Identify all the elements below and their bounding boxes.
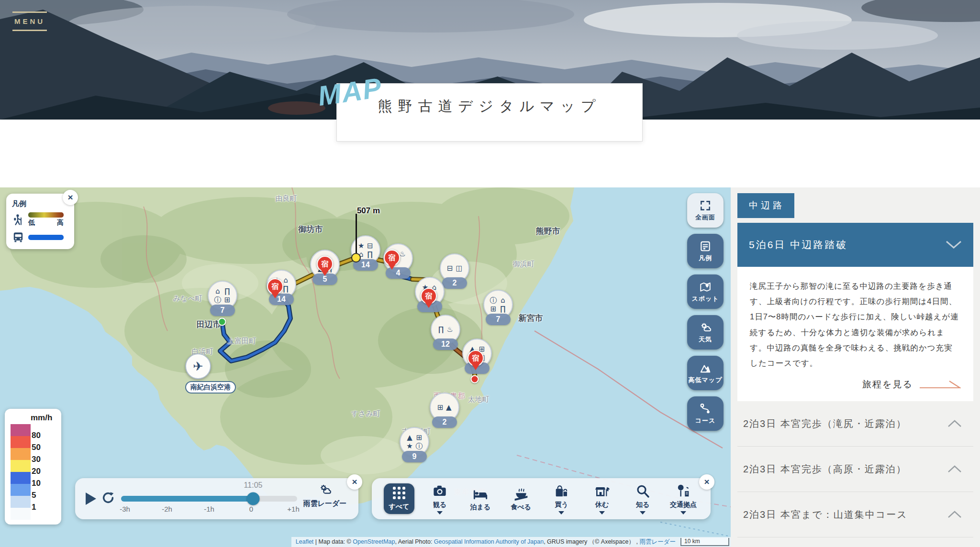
course-accordion-row[interactable]: 2泊3日 本宮まで：峠短縮コース xyxy=(737,537,973,547)
grid-dot xyxy=(398,496,401,499)
torii-glyph: ∏ xyxy=(438,326,444,334)
torii-glyph: ∏ xyxy=(368,251,373,259)
map-tool-course[interactable]: コース xyxy=(687,396,724,431)
lodging-pin[interactable]: 宿 xyxy=(384,250,400,270)
place-label: みなべ町 xyxy=(173,294,202,303)
page: MENU MAP 熊野古道デジタルマップ xyxy=(0,0,980,547)
slider-time-label: 11:05 xyxy=(244,481,263,490)
lodging-pin-tail xyxy=(472,364,479,370)
play-button[interactable] xyxy=(86,492,96,505)
refresh-button[interactable] xyxy=(101,491,115,505)
food-icon xyxy=(512,486,530,501)
map-tool-label: 凡例 xyxy=(699,254,712,263)
map-tool-legend[interactable]: 凡例 xyxy=(687,234,724,268)
map-cluster-marker[interactable]: ⓘ⌂⊞∏7 xyxy=(483,290,513,325)
weather-icon xyxy=(699,321,712,334)
rain-level-label: 50 xyxy=(32,443,41,452)
filter-item-bed[interactable]: 泊まる xyxy=(465,486,496,512)
elevation-indicator-line xyxy=(356,214,357,257)
map-tool-label: 全画面 xyxy=(695,213,715,222)
map-legend-panel: × 凡例 低 高 xyxy=(6,194,74,249)
train-glyph: ⊞ xyxy=(224,296,231,304)
rain-level-label: 5 xyxy=(32,491,36,500)
filter-item-shop[interactable]: 休む xyxy=(586,483,618,514)
filter-close-icon[interactable]: × xyxy=(699,474,714,490)
radar-gear-cloud-icon xyxy=(318,483,332,496)
lodging-pin[interactable]: 宿 xyxy=(421,288,437,308)
lodging-pin[interactable]: 宿 xyxy=(267,278,283,298)
lodging-pin[interactable]: 宿 xyxy=(468,350,484,370)
lodging-pin-tail xyxy=(425,302,433,308)
cluster-count-badge: 9 xyxy=(402,451,427,462)
map-cluster-marker[interactable]: ⊞▲2 xyxy=(430,393,459,428)
rain-level-row: 50 xyxy=(11,436,31,448)
rain-level-row: 30 xyxy=(11,448,31,460)
legend-title: 凡例 xyxy=(12,199,68,208)
map-cluster-marker[interactable]: ⌂∏ⓘ⊞7 xyxy=(208,281,237,316)
lodging-pin-label: 宿 xyxy=(317,256,333,272)
rain-color-swatch xyxy=(11,508,31,520)
house-glyph: ⌂ xyxy=(215,287,220,295)
attribution-link[interactable]: Leaflet xyxy=(296,538,314,545)
course-accordion-row[interactable]: 2泊3日 本宮完歩（高原・近露泊） xyxy=(737,447,973,492)
legend-close-icon[interactable]: × xyxy=(63,190,78,205)
lodging-pin-tail xyxy=(321,270,329,276)
rain-color-swatch xyxy=(11,472,31,484)
plane-icon: ✈ xyxy=(185,353,211,379)
lodging-pin[interactable]: 宿 xyxy=(317,256,333,276)
attribution-text: | Map data: © xyxy=(313,538,353,545)
map-tool-weather[interactable]: 天気 xyxy=(687,315,724,350)
cluster-icon-grid: ▲⊞★ⓘ xyxy=(406,434,423,450)
course-accordion-row[interactable]: 2泊3日 本宮まで：山道集中コース xyxy=(737,492,973,537)
menu-button[interactable]: MENU xyxy=(12,11,47,31)
elevation-icon xyxy=(699,362,712,374)
train-glyph: ⊞ xyxy=(416,434,423,442)
cluster-icon-grid: ⌂∏ⓘ⊞ xyxy=(214,287,231,304)
map-canvas[interactable]: 由良町御坊市印南町みなべ町田辺市上富田町白浜町すさみ町熊野市御浜町新宮市西牟婁郡… xyxy=(0,187,731,547)
filter-item-bag[interactable]: 買う xyxy=(546,483,577,514)
filter-item-search[interactable]: 知る xyxy=(627,483,658,514)
info-glyph: ⓘ xyxy=(214,296,222,304)
filter-item-transit[interactable]: 交通拠点 xyxy=(668,483,699,514)
route-tab-nakahechi[interactable]: 中辺路 xyxy=(737,193,794,218)
view-itinerary-link[interactable]: 旅程を見る xyxy=(750,378,961,391)
course-accordion-header-expanded[interactable]: 5泊6日 中辺路踏破 xyxy=(737,223,973,267)
rain-radar-toggle[interactable]: 雨雲レーダー xyxy=(298,483,352,508)
slider-tick-label: -1h xyxy=(204,505,214,513)
map-tool-fullscreen[interactable]: 全画面 xyxy=(687,193,724,228)
elevation-point-dot[interactable] xyxy=(351,253,361,263)
chevron-down-icon xyxy=(946,241,962,249)
shop-glyph: ◫ xyxy=(456,264,463,273)
rain-color-swatch xyxy=(11,424,31,436)
view-itinerary-label: 旅程を見る xyxy=(862,378,913,391)
slider-thumb[interactable] xyxy=(247,492,260,505)
attribution-link[interactable]: Geospatial Information Authority of Japa… xyxy=(434,538,544,545)
place-label: 上富田町 xyxy=(227,337,256,346)
course-accordion-row[interactable]: 2泊3日 本宮完歩（滝尻・近露泊） xyxy=(737,401,973,447)
grid-icon xyxy=(393,487,405,499)
mountain-glyph: ▲ xyxy=(446,404,452,412)
camera-icon xyxy=(431,483,448,499)
filter-item-camera[interactable]: 観る xyxy=(424,483,456,514)
rain-level-label: 1 xyxy=(32,503,36,512)
filter-item-food[interactable]: 食べる xyxy=(505,486,537,512)
lodging-pin-tail xyxy=(388,264,396,270)
airport-marker[interactable]: ✈南紀白浜空港 xyxy=(185,353,236,394)
rain-intensity-legend: mm/h 805030201051 xyxy=(5,409,61,525)
rain-color-swatch xyxy=(11,484,31,496)
map-cluster-marker[interactable]: ∏♨12 xyxy=(431,315,460,350)
map-cluster-marker[interactable]: ▲⊞★ⓘ9 xyxy=(400,427,429,462)
bag-icon xyxy=(553,483,570,499)
map-tool-spot[interactable]: スポット xyxy=(687,274,724,309)
grid-dot xyxy=(393,496,396,499)
attribution-link[interactable]: 雨雲レーダー xyxy=(639,538,676,545)
map-tool-elevation[interactable]: 高低マップ xyxy=(687,356,724,390)
chevron-up-icon xyxy=(947,465,962,473)
course-title: 5泊6日 中辺路踏破 xyxy=(749,238,847,252)
attribution-link[interactable]: OpenStreetMap xyxy=(353,538,395,545)
grid-dot xyxy=(393,487,396,490)
rain-level-label: 80 xyxy=(32,431,41,440)
player-close-icon[interactable]: × xyxy=(347,474,362,490)
time-slider[interactable]: 11:05 -3h-2h-1h0+1h xyxy=(121,478,297,519)
filter-item-grid[interactable]: すべて xyxy=(383,483,415,514)
